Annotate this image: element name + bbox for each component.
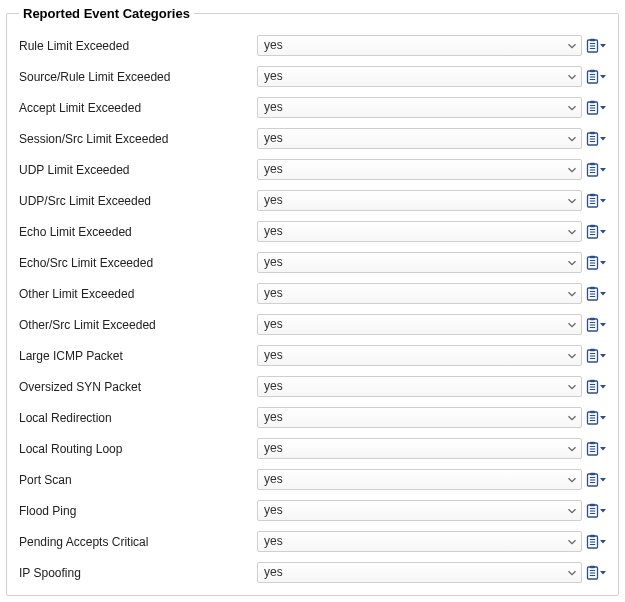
dropdown-arrow-icon[interactable]: [600, 74, 606, 80]
dropdown-arrow-icon[interactable]: [600, 415, 606, 421]
setting-select[interactable]: yes: [257, 66, 582, 87]
clipboard-icon[interactable]: [586, 100, 599, 115]
select-value[interactable]: yes: [257, 252, 582, 273]
clipboard-icon[interactable]: [586, 441, 599, 456]
clipboard-icon[interactable]: [586, 472, 599, 487]
setting-select[interactable]: yes: [257, 97, 582, 118]
svg-rect-46: [590, 318, 595, 321]
clipboard-icon[interactable]: [586, 69, 599, 84]
dropdown-arrow-icon[interactable]: [600, 508, 606, 514]
dropdown-arrow-icon[interactable]: [600, 477, 606, 483]
dropdown-arrow-icon[interactable]: [600, 291, 606, 297]
clipboard-icon[interactable]: [586, 379, 599, 394]
setting-label: Other/Src Limit Exceeded: [19, 318, 257, 332]
svg-rect-71: [590, 473, 595, 476]
clipboard-icon[interactable]: [586, 286, 599, 301]
setting-label: Echo Limit Exceeded: [19, 225, 257, 239]
setting-label: Oversized SYN Packet: [19, 380, 257, 394]
row-actions: [586, 224, 606, 239]
select-value[interactable]: yes: [257, 438, 582, 459]
clipboard-icon[interactable]: [586, 348, 599, 363]
svg-rect-61: [590, 411, 595, 414]
clipboard-icon[interactable]: [586, 534, 599, 549]
row-actions: [586, 348, 606, 363]
clipboard-icon[interactable]: [586, 565, 599, 580]
setting-select[interactable]: yes: [257, 562, 582, 583]
select-value[interactable]: yes: [257, 469, 582, 490]
select-value[interactable]: yes: [257, 190, 582, 211]
select-value[interactable]: yes: [257, 376, 582, 397]
setting-select[interactable]: yes: [257, 376, 582, 397]
svg-rect-66: [590, 442, 595, 445]
setting-row: UDP/Src Limit Exceededyes: [19, 190, 606, 211]
select-value[interactable]: yes: [257, 283, 582, 304]
clipboard-icon[interactable]: [586, 410, 599, 425]
row-actions: [586, 69, 606, 84]
setting-select[interactable]: yes: [257, 407, 582, 428]
setting-label: Rule Limit Exceeded: [19, 39, 257, 53]
select-value[interactable]: yes: [257, 500, 582, 521]
select-value[interactable]: yes: [257, 66, 582, 87]
setting-select[interactable]: yes: [257, 345, 582, 366]
dropdown-arrow-icon[interactable]: [600, 260, 606, 266]
dropdown-arrow-icon[interactable]: [600, 446, 606, 452]
setting-row: IP Spoofingyes: [19, 562, 606, 583]
setting-row: Source/Rule Limit Exceededyes: [19, 66, 606, 87]
dropdown-arrow-icon[interactable]: [600, 167, 606, 173]
setting-select[interactable]: yes: [257, 283, 582, 304]
select-value[interactable]: yes: [257, 221, 582, 242]
dropdown-arrow-icon[interactable]: [600, 198, 606, 204]
setting-select[interactable]: yes: [257, 35, 582, 56]
setting-select[interactable]: yes: [257, 221, 582, 242]
setting-select[interactable]: yes: [257, 190, 582, 211]
setting-select[interactable]: yes: [257, 438, 582, 459]
select-value[interactable]: yes: [257, 314, 582, 335]
dropdown-arrow-icon[interactable]: [600, 539, 606, 545]
setting-select[interactable]: yes: [257, 128, 582, 149]
dropdown-arrow-icon[interactable]: [600, 570, 606, 576]
dropdown-arrow-icon[interactable]: [600, 229, 606, 235]
setting-select[interactable]: yes: [257, 252, 582, 273]
svg-rect-6: [590, 70, 595, 73]
row-actions: [586, 317, 606, 332]
clipboard-icon[interactable]: [586, 255, 599, 270]
dropdown-arrow-icon[interactable]: [600, 105, 606, 111]
select-value[interactable]: yes: [257, 562, 582, 583]
setting-label: Flood Ping: [19, 504, 257, 518]
row-actions: [586, 503, 606, 518]
dropdown-arrow-icon[interactable]: [600, 43, 606, 49]
clipboard-icon[interactable]: [586, 162, 599, 177]
select-value[interactable]: yes: [257, 128, 582, 149]
select-value[interactable]: yes: [257, 407, 582, 428]
dropdown-arrow-icon[interactable]: [600, 353, 606, 359]
select-value[interactable]: yes: [257, 35, 582, 56]
setting-row: Accept Limit Exceededyes: [19, 97, 606, 118]
select-value[interactable]: yes: [257, 531, 582, 552]
setting-label: Other Limit Exceeded: [19, 287, 257, 301]
dropdown-arrow-icon[interactable]: [600, 322, 606, 328]
setting-label: Accept Limit Exceeded: [19, 101, 257, 115]
svg-rect-1: [590, 39, 595, 42]
clipboard-icon[interactable]: [586, 193, 599, 208]
setting-select[interactable]: yes: [257, 314, 582, 335]
dropdown-arrow-icon[interactable]: [600, 384, 606, 390]
setting-label: UDP/Src Limit Exceeded: [19, 194, 257, 208]
clipboard-icon[interactable]: [586, 38, 599, 53]
setting-label: Local Routing Loop: [19, 442, 257, 456]
setting-label: IP Spoofing: [19, 566, 257, 580]
setting-select[interactable]: yes: [257, 159, 582, 180]
dropdown-arrow-icon[interactable]: [600, 136, 606, 142]
setting-select[interactable]: yes: [257, 500, 582, 521]
clipboard-icon[interactable]: [586, 131, 599, 146]
setting-label: Pending Accepts Critical: [19, 535, 257, 549]
setting-select[interactable]: yes: [257, 469, 582, 490]
clipboard-icon[interactable]: [586, 317, 599, 332]
select-value[interactable]: yes: [257, 159, 582, 180]
clipboard-icon[interactable]: [586, 224, 599, 239]
clipboard-icon[interactable]: [586, 503, 599, 518]
select-value[interactable]: yes: [257, 345, 582, 366]
setting-select[interactable]: yes: [257, 531, 582, 552]
setting-label: Local Redirection: [19, 411, 257, 425]
select-value[interactable]: yes: [257, 97, 582, 118]
svg-rect-26: [590, 194, 595, 197]
